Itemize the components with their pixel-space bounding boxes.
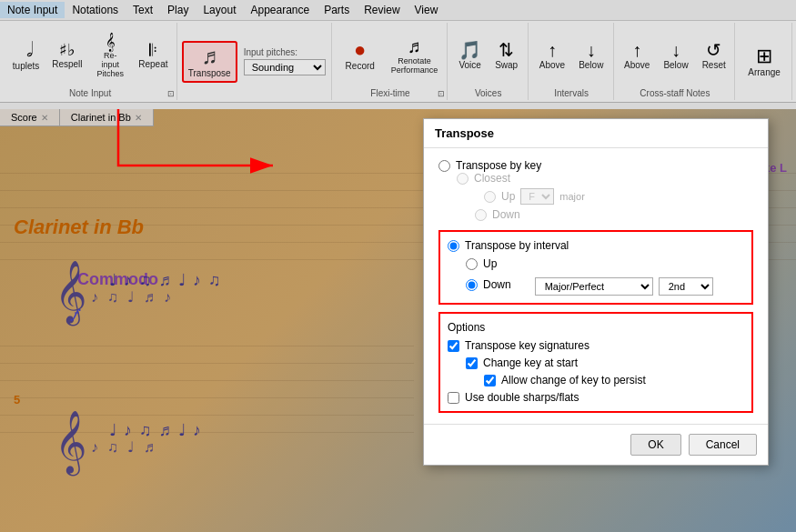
ok-button[interactable]: OK — [630, 434, 680, 456]
key-select: F — [520, 188, 554, 205]
transpose-key-sigs-row[interactable]: Transpose key signatures — [448, 339, 744, 352]
interval-direction-group: Up Down Major/Perfect Diminished Minor A… — [466, 257, 744, 296]
interval-value-select[interactable]: 2nd Unison 3rd 4th 5th 6th 7th Octave — [659, 277, 713, 296]
use-double-sharps-row[interactable]: Use double sharps/flats — [448, 391, 744, 404]
change-key-start-label[interactable]: Change key at start — [483, 356, 578, 369]
by-interval-label[interactable]: Transpose by interval — [465, 239, 569, 252]
dialog-footer: OK Cancel — [424, 424, 768, 465]
transpose-key-sigs-checkbox[interactable] — [448, 340, 459, 352]
interval-controls: Major/Perfect Diminished Minor Augmented… — [535, 277, 713, 296]
key-sub-options: Closest Up F major Down — [457, 172, 753, 221]
transpose-dialog: Transpose Transpose by key Closest Up — [423, 118, 769, 466]
up-label: Up — [501, 190, 515, 203]
transpose-by-key-section: Transpose by key Closest Up F major — [438, 159, 753, 221]
interval-type-select[interactable]: Major/Perfect Diminished Minor Augmented — [535, 277, 653, 296]
down-radio — [475, 209, 487, 221]
transpose-key-sigs-label[interactable]: Transpose key signatures — [465, 339, 589, 352]
allow-key-change-row[interactable]: Allow change of key to persist — [484, 374, 744, 386]
options-section: Options Transpose key signatures Change … — [438, 312, 753, 413]
by-interval-row[interactable]: Transpose by interval — [448, 239, 744, 252]
dialog-body: Transpose by key Closest Up F major — [424, 148, 768, 424]
change-key-start-checkbox[interactable] — [466, 357, 478, 369]
major-label: major — [559, 191, 585, 202]
down-row[interactable]: Down — [475, 208, 753, 221]
interval-down-radio[interactable] — [466, 279, 478, 291]
closest-radio — [457, 173, 469, 185]
interval-up-label[interactable]: Up — [483, 257, 497, 270]
dialog-title: Transpose — [424, 119, 768, 148]
interval-down-row[interactable]: Down Major/Perfect Diminished Minor Augm… — [466, 274, 744, 296]
checkbox-group: Transpose key signatures Change key at s… — [448, 339, 744, 404]
cancel-button[interactable]: Cancel — [689, 434, 757, 456]
use-double-sharps-label[interactable]: Use double sharps/flats — [465, 391, 579, 404]
up-radio — [484, 191, 496, 203]
closest-row[interactable]: Closest — [457, 172, 753, 185]
change-key-start-row[interactable]: Change key at start — [466, 356, 744, 369]
by-key-label[interactable]: Transpose by key — [456, 159, 541, 172]
transpose-by-key-row[interactable]: Transpose by key — [438, 159, 753, 172]
allow-key-change-label[interactable]: Allow change of key to persist — [501, 374, 646, 386]
key-row: Up F major — [484, 188, 753, 205]
dialog-overlay: Transpose Transpose by key Closest Up — [0, 0, 796, 532]
by-interval-radio[interactable] — [448, 240, 459, 252]
interval-up-radio[interactable] — [466, 258, 478, 270]
interval-down-label[interactable]: Down — [483, 278, 511, 291]
use-double-sharps-checkbox[interactable] — [448, 392, 459, 404]
closest-label: Closest — [474, 172, 510, 185]
interval-up-row[interactable]: Up — [466, 257, 744, 270]
options-label: Options — [448, 321, 744, 334]
transpose-by-interval-section: Transpose by interval Up Down Major/Perf… — [438, 230, 753, 305]
by-key-radio[interactable] — [438, 160, 450, 172]
allow-key-change-checkbox[interactable] — [484, 375, 496, 386]
down-label: Down — [492, 208, 520, 221]
